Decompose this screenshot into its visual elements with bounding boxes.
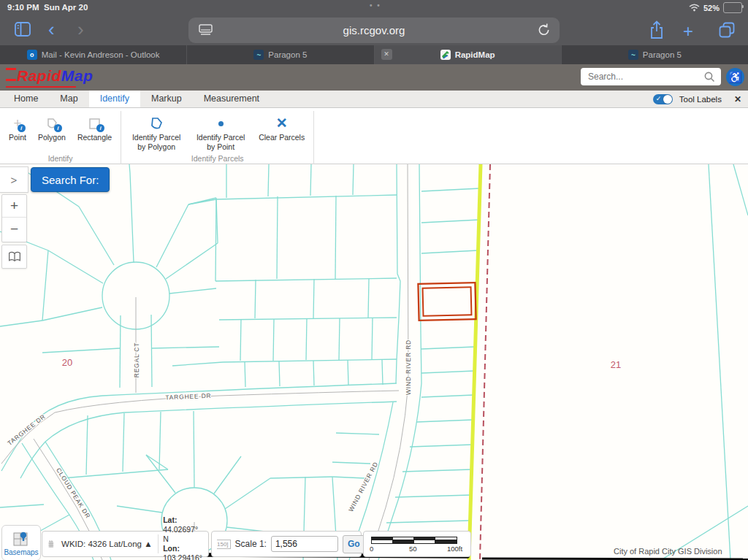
scale-icon: 150] [217, 540, 231, 549]
outlook-favicon: o [27, 50, 37, 60]
tool-labels-label: Tool Labels [679, 95, 722, 104]
lat-value: 44.02697° N [163, 525, 198, 543]
panel-expander-button[interactable]: > [0, 166, 28, 193]
section-number-20: 20 [62, 357, 72, 368]
tool-label: Identify Parcel by Point [194, 133, 247, 151]
polygon-tool-button[interactable]: Polygon [38, 114, 66, 142]
tab-map[interactable]: Map [49, 91, 88, 107]
tab-close-icon[interactable]: ✕ [381, 49, 392, 60]
url-text: gis.rcgov.org [343, 24, 405, 37]
tab-title: Paragon 5 [268, 50, 307, 59]
tab-title: Paragon 5 [643, 50, 682, 59]
coordinate-grid-icon [48, 537, 56, 551]
battery-icon [723, 2, 742, 13]
scale-go-button[interactable]: Go [343, 535, 365, 553]
street-label-targhee: TARGHEE DR [165, 392, 211, 402]
scalebar-tick-0: 0 [370, 545, 373, 553]
group-label-identify: Identify [0, 154, 121, 163]
clock: 9:10 PM [7, 3, 39, 12]
tab-group-icon[interactable] [199, 24, 213, 37]
identify-parcel-by-point-button[interactable]: Identify Parcel by Point [194, 114, 247, 151]
map-attribution: City of Rapid City GIS Division [614, 547, 722, 556]
basemaps-label: Basemaps [4, 548, 38, 556]
group-label-identify-parcels: Identify Parcels [121, 154, 313, 163]
zoom-in-button[interactable]: + [2, 195, 26, 218]
bookmarks-button[interactable] [1, 245, 27, 269]
browser-tab-paragon-2[interactable]: ~ Paragon 5 [562, 45, 748, 64]
info-icon [96, 124, 104, 132]
rapidmap-favicon [440, 50, 451, 60]
clear-parcels-button[interactable]: ✕ Clear Parcels [259, 114, 305, 151]
status-bar: 9:10 PM Sun Apr 20 • • 52% [0, 0, 748, 15]
rectangle-tool-button[interactable]: Rectangle [77, 114, 112, 142]
zoom-out-button[interactable]: − [2, 218, 26, 240]
search-icon[interactable] [704, 72, 715, 83]
tab-home[interactable]: Home [3, 91, 49, 107]
date: Sun Apr 20 [44, 3, 88, 12]
map-canvas[interactable]: TARGHEE DR TARGHEE DR CLOUD PEAK DR REGA… [0, 164, 748, 560]
scale-input[interactable] [271, 536, 338, 552]
basemaps-button[interactable]: Basemaps [1, 525, 41, 560]
coordinate-panel: WKID: 4326 Lat/Long ▲ Lat:44.02697° N Lo… [42, 531, 209, 557]
section-number-21: 21 [611, 359, 621, 370]
browser-tab-rapidmap[interactable]: ✕ RapidMap [375, 45, 562, 64]
street-label-targhee-2: TARGHEE DR [6, 413, 47, 447]
parcel-lines [0, 164, 748, 560]
tab-title: Mail - Kevin Andreson - Outlook [42, 50, 160, 59]
accessibility-button[interactable]: ♿ [726, 68, 744, 86]
scalebar-tick-100: 100ft [447, 545, 462, 553]
zoom-control: + − [1, 194, 27, 242]
rapidmap-logo: RapidMap [6, 67, 93, 85]
blue-polygon-icon [149, 116, 164, 131]
tool-label: Identify Parcel by Polygon [130, 133, 183, 151]
wkid-selector[interactable]: WKID: 4326 Lat/Long ▲ [61, 540, 153, 548]
ribbon-close-icon[interactable]: ✕ [734, 94, 741, 104]
tab-markup[interactable]: Markup [140, 91, 193, 107]
lon-label: Lon: [163, 544, 181, 553]
basemap-icon [12, 530, 30, 548]
app-search-box[interactable] [581, 68, 721, 85]
tab-identify[interactable]: Identify [89, 91, 140, 107]
share-icon[interactable] [649, 20, 665, 39]
tool-labels-toggle[interactable]: ✓ [653, 94, 673, 104]
tabs-overview-icon[interactable] [718, 21, 736, 39]
new-tab-button[interactable]: + [683, 23, 693, 39]
ribbon-tab-bar: Home Map Identify Markup Measurement ✓ T… [0, 91, 748, 108]
reload-icon[interactable] [537, 23, 551, 37]
group-identify: + Point Polygon Rectangle [0, 111, 121, 165]
browser-toolbar: ‹ › gis.rcgov.org + [0, 15, 748, 45]
scalebar-icon [371, 537, 457, 544]
back-button[interactable]: ‹ [48, 20, 55, 39]
app-header: RapidMap ♿ [0, 64, 748, 91]
sidebar-icon[interactable] [14, 20, 31, 38]
blue-dot-icon [218, 121, 224, 126]
tool-label: Polygon [38, 133, 66, 142]
browser-tab-paragon-1[interactable]: ~ Paragon 5 [187, 45, 374, 64]
group-identify-parcels: Identify Parcel by Polygon Identify Parc… [121, 111, 314, 165]
multitask-dots-icon: • • [370, 1, 381, 9]
tool-label: Clear Parcels [259, 133, 305, 142]
selected-parcel-highlight[interactable] [418, 283, 476, 321]
browser-tab-strip: o Mail - Kevin Andreson - Outlook ~ Para… [0, 45, 748, 64]
address-bar[interactable]: gis.rcgov.org [188, 18, 560, 43]
scalebar-tick-50: 50 [409, 545, 417, 553]
info-icon [18, 124, 26, 132]
boundary-dashed-line [480, 164, 490, 560]
wifi-icon [689, 4, 700, 12]
book-icon [8, 251, 21, 262]
scale-label: Scale 1: [235, 539, 267, 549]
lon-value: 103.29416° W [163, 553, 202, 560]
browser-tab-mail[interactable]: o Mail - Kevin Andreson - Outlook [0, 45, 187, 64]
tab-measurement[interactable]: Measurement [193, 91, 270, 107]
search-for-button[interactable]: Search For: [31, 167, 110, 192]
app-search-input[interactable] [587, 71, 704, 83]
city-limit-line [469, 164, 481, 560]
point-tool-button[interactable]: + Point [9, 114, 26, 142]
scale-panel: 150] Scale 1: Go [211, 531, 362, 557]
clear-x-icon: ✕ [276, 115, 288, 132]
identify-parcel-by-polygon-button[interactable]: Identify Parcel by Polygon [130, 114, 183, 151]
paragon-favicon: ~ [253, 50, 264, 60]
screen: 9:10 PM Sun Apr 20 • • 52% ‹ › [0, 0, 748, 560]
scalebar-panel: 0 50 100ft [363, 531, 471, 557]
check-icon: ✓ [656, 95, 662, 102]
